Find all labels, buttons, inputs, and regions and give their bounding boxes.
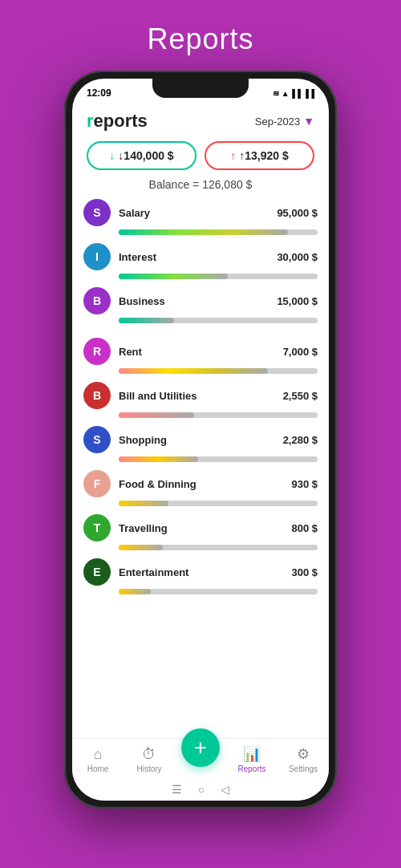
item-amount: 2,280 $ [283, 434, 318, 446]
date-dropdown-icon: ▼ [303, 115, 314, 128]
item-bar-container [83, 318, 318, 323]
item-name: Travelling [119, 522, 283, 534]
app-title: reports [87, 111, 148, 132]
app-title-rest: eports [94, 111, 148, 131]
nav-reports-label: Reports [237, 765, 265, 773]
item-bar-fill [119, 589, 151, 594]
item-amount: 7,000 $ [283, 346, 318, 358]
status-time: 12:09 [87, 87, 111, 99]
item-bar-bg [119, 589, 318, 594]
item-bar-fill [119, 368, 268, 374]
list-item[interactable]: BBill and Utilities2,550 $ [83, 382, 318, 418]
app-content: reports Sep-2023 ▼ ↓ ↓140,000 $ ↑ ↑13,92… [72, 104, 329, 801]
status-battery-icon: ▐▐ [303, 89, 314, 98]
notch [152, 79, 249, 98]
status-icons: ≋ ▲▐▐ ▐▐ [273, 89, 314, 98]
history-icon: ⏱ [142, 746, 156, 763]
item-name: Food & Dinning [119, 478, 283, 490]
nav-settings-label: Settings [289, 765, 318, 773]
item-bar-container [83, 456, 318, 462]
list-item[interactable]: SSalary95,000 $ [83, 199, 318, 235]
item-bar-container [83, 501, 318, 506]
gesture-home-icon: ○ [198, 783, 205, 796]
nav-settings[interactable]: ⚙ Settings [277, 745, 329, 773]
item-bar-bg [119, 229, 318, 235]
phone-screen: 12:09 ≋ ▲▐▐ ▐▐ reports Sep-2023 ▼ [72, 79, 329, 801]
income-button[interactable]: ↓ ↓140,000 $ [87, 141, 196, 170]
list-item[interactable]: IInterest30,000 $ [83, 243, 318, 279]
home-icon: ⌂ [94, 746, 103, 763]
income-arrow-icon: ↓ [109, 149, 115, 162]
item-avatar: S [83, 199, 111, 226]
item-name: Entertainment [119, 566, 283, 578]
list-item[interactable]: EEntertainment300 $ [83, 558, 318, 594]
item-bar-fill [119, 412, 194, 418]
summary-row: ↓ ↓140,000 $ ↑ ↑13,920 $ [72, 136, 329, 176]
item-bar-container [83, 589, 318, 594]
item-name: Rent [119, 346, 275, 358]
item-bar-fill [119, 456, 198, 462]
list-item[interactable]: FFood & Dinning930 $ [83, 470, 318, 506]
item-bar-fill [119, 229, 288, 235]
item-avatar: B [83, 382, 111, 409]
date-selector[interactable]: Sep-2023 ▼ [255, 115, 314, 128]
item-name: Shopping [119, 434, 275, 446]
fab-button[interactable]: + [181, 728, 220, 767]
income-amount: ↓140,000 $ [118, 149, 173, 162]
item-bar-container [83, 229, 318, 235]
list-item[interactable]: TTravelling800 $ [83, 514, 318, 550]
reports-icon: 📊 [243, 745, 261, 763]
expense-amount: ↑13,920 $ [239, 149, 289, 162]
expense-button[interactable]: ↑ ↑13,920 $ [205, 141, 314, 170]
item-name: Interest [119, 251, 269, 263]
balance-label: Balance = 126,080 $ [149, 178, 253, 191]
item-amount: 95,000 $ [277, 207, 318, 219]
item-avatar: T [83, 514, 111, 541]
balance-row: Balance = 126,080 $ [72, 176, 329, 199]
item-avatar: B [83, 287, 111, 314]
gesture-bar: ☰ ○ ◁ [72, 777, 329, 801]
list-item[interactable]: BBusiness15,000 $ [83, 287, 318, 323]
item-bar-container [83, 274, 318, 279]
expense-arrow-icon: ↑ [230, 149, 236, 162]
status-signal-icon: ▲▐▐ [282, 89, 301, 98]
list-item[interactable]: SShopping2,280 $ [83, 426, 318, 462]
app-header: reports Sep-2023 ▼ [72, 104, 329, 136]
item-avatar: S [83, 426, 111, 453]
item-bar-bg [119, 501, 318, 506]
status-wifi-icon: ≋ [273, 89, 279, 98]
item-amount: 15,000 $ [277, 295, 318, 307]
phone-frame: 12:09 ≋ ▲▐▐ ▐▐ reports Sep-2023 ▼ [64, 71, 337, 809]
item-bar-fill [119, 318, 174, 323]
list-item[interactable]: RRent7,000 $ [83, 338, 318, 374]
item-bar-container [83, 412, 318, 418]
item-avatar: F [83, 470, 111, 497]
settings-icon: ⚙ [297, 745, 310, 763]
bottom-nav: ⌂ Home ⏱ History 📊 Reports ⚙ Settings + [72, 738, 329, 777]
item-name: Salary [119, 207, 269, 219]
item-name: Business [119, 295, 269, 307]
page-title: Reports [147, 22, 253, 56]
item-name: Bill and Utilities [119, 390, 275, 402]
items-list[interactable]: SSalary95,000 $IInterest30,000 $BBusines… [72, 199, 329, 738]
item-avatar: E [83, 558, 111, 586]
item-avatar: I [83, 243, 111, 270]
item-bar-fill [119, 274, 228, 279]
item-amount: 30,000 $ [277, 251, 318, 263]
item-bar-bg [119, 456, 318, 462]
item-bar-bg [119, 368, 318, 374]
nav-reports[interactable]: 📊 Reports [226, 745, 277, 773]
gesture-menu-icon: ☰ [172, 783, 182, 796]
nav-home[interactable]: ⌂ Home [72, 746, 124, 773]
item-bar-fill [119, 501, 168, 506]
gesture-back-icon: ◁ [221, 783, 229, 796]
item-bar-bg [119, 274, 318, 279]
nav-history-label: History [136, 765, 161, 773]
item-amount: 930 $ [291, 478, 318, 490]
item-bar-container [83, 368, 318, 374]
app-title-r: r [87, 111, 94, 131]
nav-history[interactable]: ⏱ History [124, 746, 175, 773]
item-bar-bg [119, 545, 318, 550]
date-label: Sep-2023 [255, 116, 300, 128]
item-bar-fill [119, 545, 163, 550]
